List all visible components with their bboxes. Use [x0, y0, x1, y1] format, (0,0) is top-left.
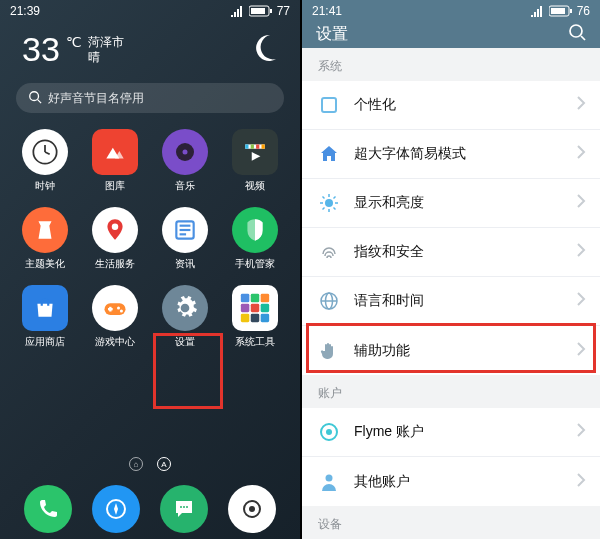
row-bigfont[interactable]: 超大字体简易模式 [302, 130, 600, 179]
store-icon [22, 285, 68, 331]
signal-icon [531, 5, 545, 17]
svg-point-3 [30, 91, 39, 100]
svg-rect-1 [270, 9, 272, 13]
search-placeholder: 好声音节目名停用 [48, 90, 144, 107]
row-label: 指纹和安全 [354, 243, 562, 261]
games-icon [92, 285, 138, 331]
dock-browser[interactable] [92, 485, 140, 533]
svg-point-50 [325, 199, 333, 207]
brightness-icon [318, 192, 340, 214]
app-news[interactable]: 资讯 [154, 207, 216, 271]
row-security[interactable]: 指纹和安全 [302, 228, 600, 277]
app-tools[interactable]: 系统工具 [224, 285, 286, 349]
svg-point-64 [326, 474, 333, 481]
battery-pct: 77 [277, 4, 290, 18]
app-music[interactable]: 音乐 [154, 129, 216, 193]
status-bar-left: 21:39 77 [0, 0, 300, 20]
svg-rect-33 [261, 304, 270, 313]
chevron-right-icon [576, 292, 586, 310]
svg-rect-15 [256, 144, 259, 148]
personalize-icon [318, 94, 340, 116]
chevron-right-icon [576, 243, 586, 261]
svg-rect-13 [245, 144, 248, 148]
app-games[interactable]: 游戏中心 [84, 285, 146, 349]
svg-marker-38 [114, 503, 118, 515]
weather-widget[interactable]: 33 ℃ 菏泽市 晴 [0, 20, 300, 73]
app-label: 视频 [245, 179, 265, 193]
moon-icon [248, 33, 278, 67]
settings-title: 设置 [316, 24, 348, 45]
row-personalize[interactable]: 个性化 [302, 81, 600, 130]
person-icon [318, 471, 340, 493]
clock-icon [22, 129, 68, 175]
dock-phone[interactable] [24, 485, 72, 533]
settings-list-account: Flyme 账户 其他账户 [302, 408, 600, 506]
globe-icon [318, 290, 340, 312]
svg-point-63 [326, 429, 332, 435]
app-life[interactable]: 生活服务 [84, 207, 146, 271]
app-grid: 时钟 图库 音乐 视频 主题美化 生活服务 资讯 手机管家 [0, 121, 300, 349]
app-clock[interactable]: 时钟 [14, 129, 76, 193]
svg-line-48 [581, 36, 585, 40]
weather-text: 菏泽市 晴 [88, 35, 124, 65]
svg-rect-23 [105, 303, 126, 315]
weather-cond: 晴 [88, 50, 124, 65]
svg-line-55 [323, 197, 325, 199]
highlight-settings [153, 333, 223, 409]
svg-rect-14 [251, 144, 254, 148]
svg-rect-49 [322, 98, 336, 112]
section-account-label: 账户 [302, 375, 600, 408]
app-label: 时钟 [35, 179, 55, 193]
chevron-right-icon [576, 473, 586, 491]
chevron-right-icon [576, 423, 586, 441]
weather-city: 菏泽市 [88, 35, 124, 50]
svg-rect-32 [251, 304, 260, 313]
svg-line-7 [45, 152, 50, 154]
battery-icon [249, 5, 273, 17]
status-right-cluster: 77 [231, 4, 290, 18]
home-screen: 21:39 77 33 ℃ 菏泽市 晴 好声音节目名停用 时钟 图库 [0, 0, 300, 539]
video-icon [232, 129, 278, 175]
svg-rect-16 [262, 144, 265, 148]
row-label: 语言和时间 [354, 292, 562, 310]
section-system-label: 系统 [302, 48, 600, 81]
app-label: 手机管家 [235, 257, 275, 271]
app-theme[interactable]: 主题美化 [14, 207, 76, 271]
search-bar[interactable]: 好声音节目名停用 [16, 83, 284, 113]
guard-icon [232, 207, 278, 253]
app-video[interactable]: 视频 [224, 129, 286, 193]
svg-point-47 [570, 25, 582, 37]
row-flyme[interactable]: Flyme 账户 [302, 408, 600, 457]
row-language[interactable]: 语言和时间 [302, 277, 600, 326]
row-other-account[interactable]: 其他账户 [302, 457, 600, 506]
svg-rect-36 [261, 314, 270, 323]
status-time: 21:41 [312, 4, 342, 18]
svg-rect-2 [251, 8, 265, 14]
chevron-right-icon [576, 145, 586, 163]
dock-camera[interactable] [228, 485, 276, 533]
fingerprint-icon [318, 241, 340, 263]
page-dot-all[interactable]: A [157, 457, 171, 471]
status-time: 21:39 [10, 4, 40, 18]
app-guard[interactable]: 手机管家 [224, 207, 286, 271]
status-bar-right: 21:41 76 [302, 0, 600, 20]
svg-point-43 [249, 506, 255, 512]
row-label: 其他账户 [354, 473, 562, 491]
status-right-cluster: 76 [531, 4, 590, 18]
svg-point-39 [180, 506, 182, 508]
gear-icon [162, 285, 208, 331]
svg-line-4 [38, 99, 42, 103]
svg-point-26 [117, 306, 120, 309]
dock-messages[interactable] [160, 485, 208, 533]
page-indicator[interactable]: ⌂ A [0, 457, 300, 471]
tools-folder-icon [232, 285, 278, 331]
settings-screen: 21:41 76 设置 系统 个性化 超大字体简易模式 显示和亮度 指纹 [302, 0, 600, 539]
highlight-accessibility [306, 323, 596, 373]
app-store[interactable]: 应用商店 [14, 285, 76, 349]
battery-icon [549, 5, 573, 17]
svg-rect-35 [251, 314, 260, 323]
search-icon[interactable] [568, 23, 586, 45]
app-gallery[interactable]: 图库 [84, 129, 146, 193]
row-display[interactable]: 显示和亮度 [302, 179, 600, 228]
page-dot-home[interactable]: ⌂ [129, 457, 143, 471]
